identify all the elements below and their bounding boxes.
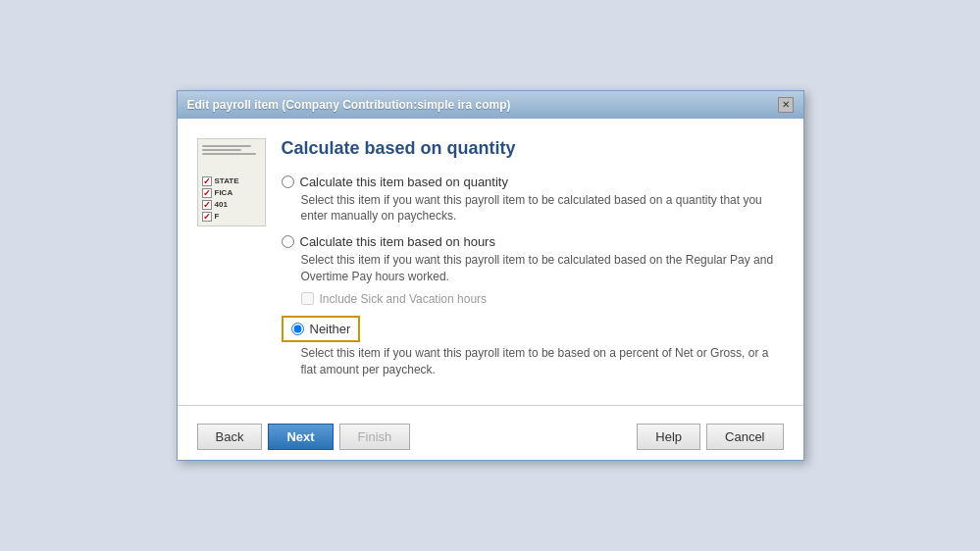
next-button[interactable]: Next (268, 424, 333, 450)
check-box-2: ✓ (202, 188, 212, 198)
help-button[interactable]: Help (637, 424, 700, 450)
icon-line-1 (202, 145, 251, 147)
option2-description: Select this item if you want this payrol… (301, 252, 784, 285)
option3-description: Select this item if you want this payrol… (301, 345, 784, 378)
option2-label[interactable]: Calculate this item based on hours (300, 234, 495, 249)
cancel-button[interactable]: Cancel (706, 424, 783, 450)
radio-neither[interactable] (291, 323, 304, 335)
radio-hours[interactable] (282, 235, 294, 248)
dialog-content: Calculate based on quantity Calculate th… (282, 138, 784, 378)
check-row-1: ✓ STATE (202, 176, 239, 186)
footer-left-buttons: Back Next Finish (197, 424, 411, 450)
option-group-2: Calculate this item based on hours Selec… (282, 234, 784, 306)
check-box-3: ✓ (202, 200, 212, 210)
check-row-4: ✓ F (202, 212, 239, 222)
check-row-2: ✓ FICA (202, 188, 239, 198)
content-heading: Calculate based on quantity (282, 138, 784, 159)
dialog-body: ✓ STATE ✓ FICA ✓ 401 ✓ F Calculate bas (178, 119, 803, 398)
dialog-icon-panel: ✓ STATE ✓ FICA ✓ 401 ✓ F (197, 138, 266, 226)
check-box-4: ✓ (202, 212, 212, 222)
dialog-title: Edit payroll item (Company Contribution:… (187, 98, 511, 112)
option-row-3: Neither (282, 316, 784, 342)
icon-line-3 (202, 153, 256, 155)
footer-separator (178, 405, 803, 406)
neither-highlight-box: Neither (282, 316, 361, 342)
check-row-3: ✓ 401 (202, 200, 239, 210)
options-section: Calculate this item based on quantity Se… (282, 175, 784, 378)
icon-line-2 (202, 149, 241, 151)
option1-label[interactable]: Calculate this item based on quantity (300, 175, 508, 189)
option-row-2: Calculate this item based on hours (282, 234, 784, 249)
dialog-footer: Back Next Finish Help Cancel (178, 414, 803, 460)
footer-right-buttons: Help Cancel (637, 424, 783, 450)
option-row-1: Calculate this item based on quantity (282, 175, 784, 189)
option-group-1: Calculate this item based on quantity Se… (282, 175, 784, 225)
sub-option-row: Include Sick and Vacation hours (301, 292, 784, 306)
sub-option-label: Include Sick and Vacation hours (320, 292, 488, 306)
icon-checks: ✓ STATE ✓ FICA ✓ 401 ✓ F (202, 176, 239, 222)
radio-quantity[interactable] (282, 175, 294, 188)
finish-button[interactable]: Finish (339, 424, 411, 450)
edit-payroll-dialog: Edit payroll item (Company Contribution:… (177, 90, 804, 462)
option3-label[interactable]: Neither (310, 322, 351, 336)
check-box-1: ✓ (202, 176, 212, 186)
icon-lines (198, 139, 265, 161)
close-button[interactable]: ✕ (778, 97, 794, 113)
option-group-3: Neither Select this item if you want thi… (282, 316, 784, 378)
back-button[interactable]: Back (197, 424, 263, 450)
title-bar: Edit payroll item (Company Contribution:… (178, 91, 803, 119)
checkbox-sick-vacation[interactable] (301, 292, 314, 305)
option1-description: Select this item if you want this payrol… (301, 192, 784, 225)
